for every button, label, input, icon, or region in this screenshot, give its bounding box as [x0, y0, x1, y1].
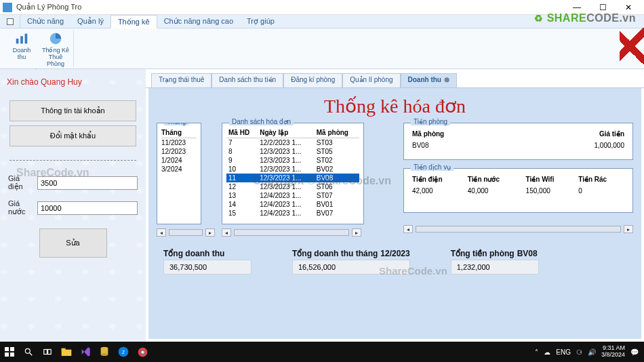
svg-text:Z: Z: [122, 350, 125, 355]
tab-quanliphong[interactable]: Quản lí phòng: [342, 73, 400, 87]
ribbon-tab-quanly[interactable]: Quản lý: [71, 15, 110, 28]
col-maphong: Mã phòng: [409, 129, 521, 139]
svg-point-8: [25, 348, 30, 353]
hoadon-row[interactable]: 1212/3/2023 1...ST06: [226, 182, 359, 191]
hoadon-row[interactable]: 1512/4/2023 1...BV07: [226, 209, 359, 218]
label-gia-nuoc: Giá nước: [8, 199, 32, 216]
col-mahd: Mã HD: [226, 127, 258, 138]
value-tong-tienphong: 1,232,000: [451, 260, 539, 275]
value-tong-doanhthu: 36,730,500: [163, 260, 251, 275]
taskbar-app-vs[interactable]: [76, 342, 95, 362]
input-gia-nuoc[interactable]: [37, 201, 138, 215]
label-tong-doanhthu: Tổng doanh thu: [163, 249, 251, 258]
col-tiennuoc: Tiền nước: [465, 174, 522, 184]
tab-dangkiphong[interactable]: Đăng kí phòng: [283, 73, 342, 87]
taskbar-app-explorer[interactable]: [57, 342, 76, 362]
hoadon-row[interactable]: 1112/3/2023 1...BV08: [226, 174, 359, 182]
app-icon: [3, 3, 12, 12]
ribbon-tab-thongke[interactable]: Thống kê: [110, 15, 157, 28]
tray-wifi-icon[interactable]: ⚆: [576, 348, 582, 356]
taskbar-app-sql[interactable]: [95, 342, 114, 362]
col-tienrac: Tiền Rác: [576, 174, 627, 184]
ribbon-btn-doanhthu[interactable]: Doanh thu: [7, 31, 37, 68]
taskview-icon[interactable]: [38, 342, 57, 362]
svg-rect-2: [25, 34, 28, 44]
col-thang: Tháng: [161, 127, 197, 138]
input-gia-dien[interactable]: [37, 176, 138, 190]
hoadon-row[interactable]: 1312/4/2023 1...ST07: [226, 191, 359, 200]
col-maphong: Mã phòng: [315, 127, 359, 138]
tienphong-row[interactable]: BV08 1,000,000: [409, 140, 627, 150]
tray-notifications-icon[interactable]: 💬: [630, 348, 639, 356]
windows-taskbar: Z ˄ ☁ ENG ⚆ 🔊 9:31 AM 3/8/2024 💬: [0, 342, 644, 362]
hoadon-row[interactable]: 912/3/2023 1...ST02: [226, 156, 359, 165]
edit-button[interactable]: Sửa: [39, 228, 107, 258]
tab-doanhthu[interactable]: Doanh thu⊗: [401, 73, 457, 87]
ribbon-tab-trogiup[interactable]: Trợ giúp: [240, 15, 281, 28]
col-giatien: Giá tiền: [522, 129, 627, 139]
legend-ds: Danh sách hóa đơn: [229, 118, 294, 125]
ribbon-panel: Doanh thu Thống Kê Thuê Phòng Danh mục: [0, 28, 644, 69]
svg-rect-5: [10, 347, 14, 351]
tab-danhsachthutien[interactable]: Danh sách thu tiền: [212, 73, 283, 87]
legend-dv: Tiền dịch vụ: [411, 163, 454, 171]
tab-close-icon[interactable]: ⊗: [444, 76, 449, 83]
tiendv-row[interactable]: 42,000 40,000 150,000 0: [409, 186, 627, 196]
value-tong-doanhthu-thang: 16,526,000: [292, 260, 410, 275]
field-gia-nuoc: Giá nước: [8, 199, 138, 216]
svg-rect-6: [5, 353, 9, 357]
content-area: Trạng thái thuê Danh sách thu tiền Đăng …: [146, 69, 644, 342]
hoadon-row[interactable]: 1412/4/2023 1...BV01: [226, 200, 359, 209]
hscroll-right[interactable]: ◂▸: [403, 225, 633, 233]
svg-rect-13: [62, 348, 66, 350]
ribbon-btn-label: Doanh thu: [13, 47, 31, 61]
label-tong-tienphong: Tổng tiền phòngBV08: [451, 249, 539, 258]
taskbar-app-zalo[interactable]: Z: [114, 342, 133, 362]
hoadon-row[interactable]: 712/2/2023 1...ST03: [226, 138, 359, 148]
thang-row[interactable]: 12/2023: [161, 147, 197, 156]
group-danhsach-hoadon: Danh sách hóa đơn Mã HD Ngày lập Mã phòn…: [222, 123, 364, 224]
taskbar-app-chrome[interactable]: [133, 342, 152, 362]
hscroll-ds[interactable]: ◂▸: [222, 228, 364, 237]
ribbon-tab-chucnang[interactable]: Chức năng: [20, 15, 71, 28]
taskbar-clock[interactable]: 9:31 AM 3/8/2024: [601, 345, 625, 359]
start-button[interactable]: [0, 342, 19, 362]
windows-icon: [5, 347, 14, 357]
svg-rect-10: [44, 350, 47, 355]
svg-point-16: [101, 353, 108, 356]
legend-thang: Tháng: [164, 123, 188, 125]
hoadon-row[interactable]: 1012/3/2023 1...BV02: [226, 165, 359, 174]
thang-row[interactable]: 11/2023: [161, 138, 197, 147]
ribbon-tab-nangcao[interactable]: Chức năng nâng cao: [157, 15, 240, 28]
group-thang: Tháng Tháng 11/2023 12/2023 1/2024 3/202…: [157, 123, 201, 224]
thang-row[interactable]: 3/2024: [161, 165, 197, 174]
stats-panel: Thống kê hóa đơn Tháng Tháng 11/2023 12/…: [148, 88, 641, 339]
ribbon-btn-label: Thống Kê Thuê Phòng: [41, 47, 71, 68]
account-info-button[interactable]: Thông tin tài khoản: [9, 100, 136, 121]
change-password-button[interactable]: Đổi mật khẩu: [9, 125, 136, 146]
svg-rect-7: [10, 353, 14, 357]
greeting-text: Xin chào Quang Huy: [7, 77, 139, 87]
file-orb[interactable]: [0, 15, 20, 28]
table-hoadon: Mã HD Ngày lập Mã phòng 712/2/2023 1...S…: [226, 127, 359, 218]
tray-volume-icon[interactable]: 🔊: [588, 348, 596, 356]
svg-line-9: [30, 353, 33, 356]
svg-rect-1: [20, 36, 23, 43]
svg-rect-12: [62, 350, 72, 356]
tab-trangthai[interactable]: Trạng thái thuê: [151, 73, 212, 87]
divider: [9, 160, 136, 161]
tray-chevron-up-icon[interactable]: ˄: [535, 348, 538, 356]
tray-cloud-icon[interactable]: ☁: [544, 348, 550, 356]
search-icon[interactable]: [19, 342, 38, 362]
window-title: Quản Lý Phòng Tro: [16, 3, 564, 12]
hoadon-row[interactable]: 812/3/2023 1...ST05: [226, 147, 359, 156]
ribbon-btn-thongkethue[interactable]: Thống Kê Thuê Phòng: [41, 31, 71, 68]
totals-row: Tổng doanh thu 36,730,500 Tổng doanh thu…: [157, 249, 633, 275]
thang-row[interactable]: 1/2024: [161, 156, 197, 165]
tray-language-indicator[interactable]: ENG: [556, 348, 571, 356]
ribbon-group-danhmuc: Doanh thu Thống Kê Thuê Phòng Danh mục: [4, 30, 74, 67]
group-tiendichvu: Tiền dịch vụ Tiền điện Tiền nước Tiền Wi…: [403, 168, 633, 213]
svg-rect-11: [48, 350, 52, 355]
field-gia-dien: Giá điện: [8, 174, 138, 191]
hscroll-thang[interactable]: ◂▸: [157, 228, 215, 237]
